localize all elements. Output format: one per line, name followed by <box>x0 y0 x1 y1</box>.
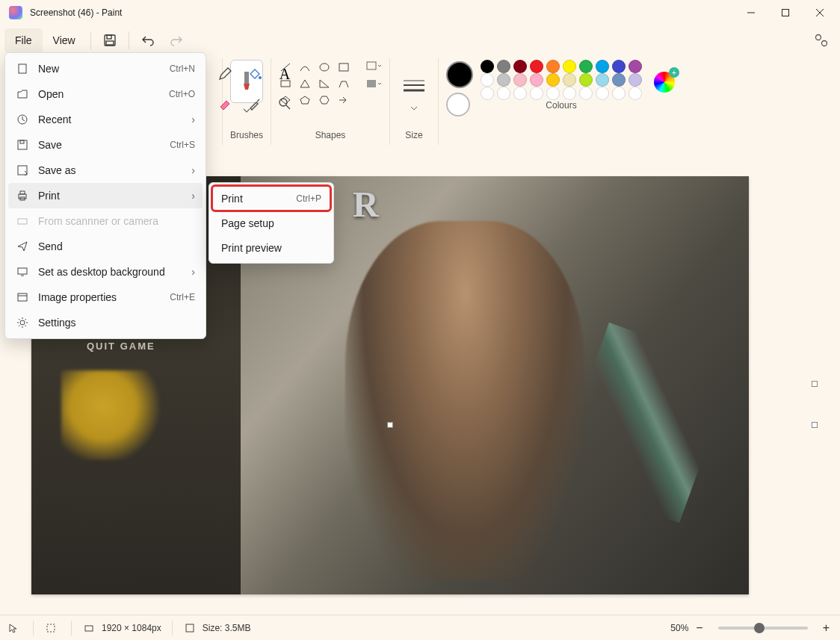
colour-swatch[interactable] <box>481 87 494 100</box>
colour-swatch[interactable] <box>481 73 494 87</box>
fill-icon[interactable] <box>242 61 268 87</box>
size-dropdown[interactable] <box>410 106 418 111</box>
colour-swatch[interactable] <box>629 73 642 87</box>
gear-icon <box>16 317 29 329</box>
image-logo-letter: R <box>353 184 379 225</box>
colour-swatch[interactable] <box>497 73 510 87</box>
colour-swatch[interactable] <box>513 73 527 87</box>
zoom-thumb[interactable] <box>754 623 765 633</box>
ribbon-group-colours: Colours <box>439 58 682 145</box>
menu-file[interactable]: File <box>4 28 43 52</box>
resize-handle-bottom[interactable] <box>387 422 393 428</box>
oval-icon[interactable] <box>318 61 331 73</box>
pentagon-icon[interactable] <box>298 94 312 106</box>
submenu-item-page-setup[interactable]: Page setup <box>212 211 330 235</box>
minimize-button[interactable] <box>734 0 768 25</box>
colour-swatch[interactable] <box>612 60 626 73</box>
dimensions-icon <box>82 623 96 633</box>
colour-swatch[interactable] <box>563 60 576 73</box>
svg-point-9 <box>259 76 262 79</box>
close-button[interactable] <box>803 0 837 25</box>
maximize-button[interactable] <box>768 0 803 25</box>
menu-item-print[interactable]: Print › <box>8 183 203 208</box>
colour-swatch[interactable] <box>513 60 527 73</box>
colour-swatch[interactable] <box>596 60 609 73</box>
menu-item-new[interactable]: New Ctrl+N <box>8 56 203 81</box>
zoom-slider[interactable] <box>718 627 808 630</box>
title-bar: Screenshot (46) - Paint <box>0 0 840 25</box>
text-icon[interactable]: A <box>272 61 297 87</box>
save-button[interactable] <box>96 28 124 53</box>
colour-2[interactable] <box>446 93 470 116</box>
colour-1[interactable] <box>446 61 473 88</box>
svg-rect-37 <box>85 626 93 631</box>
colour-swatch[interactable] <box>579 73 593 87</box>
dimensions-text: 1920 × 1084px <box>102 623 161 633</box>
rtriangle-icon[interactable] <box>318 78 331 90</box>
menu-item-scanner: From scannner or camera <box>8 208 203 234</box>
colour-swatch[interactable] <box>530 73 543 87</box>
svg-rect-6 <box>106 41 114 45</box>
svg-point-7 <box>816 34 821 40</box>
zoom-out-button[interactable]: − <box>696 621 702 635</box>
shape-outline-dropdown[interactable] <box>365 60 382 72</box>
svg-rect-38 <box>186 624 194 632</box>
shape-fill-dropdown[interactable] <box>365 78 382 90</box>
svg-point-14 <box>320 63 329 71</box>
magnifier-icon[interactable] <box>272 91 297 116</box>
colour-swatch[interactable] <box>563 87 576 100</box>
colour-swatch[interactable] <box>579 60 593 73</box>
colour-swatch[interactable] <box>530 87 543 100</box>
colour-preview <box>446 60 473 116</box>
menu-item-settings[interactable]: Settings <box>8 310 203 335</box>
picker-icon[interactable] <box>242 91 268 116</box>
separator <box>129 31 129 49</box>
colour-swatch[interactable] <box>546 60 560 73</box>
colour-swatch[interactable] <box>513 87 527 100</box>
colour-swatch[interactable] <box>596 87 609 100</box>
menu-item-save-as[interactable]: Save as › <box>8 158 203 183</box>
redo-button[interactable] <box>162 28 191 53</box>
size-button[interactable] <box>398 70 430 103</box>
colour-swatch[interactable] <box>612 73 626 87</box>
colour-swatch[interactable] <box>546 73 560 87</box>
filesize-text: Size: 3.5MB <box>203 623 251 633</box>
resize-handle-corner[interactable] <box>812 422 818 428</box>
colour-swatch[interactable] <box>481 60 494 73</box>
rect-icon[interactable] <box>337 61 350 73</box>
colour-swatch[interactable] <box>579 87 593 100</box>
arrow-icon[interactable] <box>337 94 350 106</box>
colour-swatch[interactable] <box>497 60 510 73</box>
hexagon-icon[interactable] <box>318 94 331 106</box>
menu-item-save[interactable]: Save Ctrl+S <box>8 132 203 158</box>
colour-swatch[interactable] <box>629 60 642 73</box>
colour-swatch[interactable] <box>530 60 543 73</box>
zoom-in-button[interactable]: + <box>823 621 830 635</box>
pencil-icon[interactable] <box>212 61 238 87</box>
menu-item-open[interactable]: Open Ctrl+O <box>8 81 203 107</box>
undo-button[interactable] <box>134 28 162 53</box>
svg-line-11 <box>286 105 290 109</box>
chevron-right-icon: › <box>191 190 195 202</box>
menu-item-recent[interactable]: Recent › <box>8 107 203 132</box>
polygon-icon[interactable] <box>337 78 350 90</box>
edit-colours-button[interactable] <box>654 72 675 93</box>
menu-item-desktop[interactable]: Set as desktop background › <box>8 259 203 285</box>
settings-icon[interactable] <box>807 28 836 53</box>
curve-icon[interactable] <box>298 61 312 73</box>
menu-item-properties[interactable]: Image properties Ctrl+E <box>8 285 203 310</box>
colour-swatch[interactable] <box>563 73 576 87</box>
svg-rect-24 <box>18 140 27 149</box>
submenu-item-print[interactable]: Print Ctrl+P <box>212 186 330 211</box>
menu-item-send[interactable]: Send <box>8 234 203 259</box>
submenu-item-print-preview[interactable]: Print preview <box>212 235 330 260</box>
colour-swatch[interactable] <box>612 87 626 100</box>
menu-view[interactable]: View <box>43 28 86 52</box>
colour-swatch[interactable] <box>629 87 642 100</box>
colour-swatch[interactable] <box>497 87 510 100</box>
colour-swatch[interactable] <box>596 73 609 87</box>
resize-handle-right[interactable] <box>812 381 818 387</box>
eraser-icon[interactable] <box>212 91 238 116</box>
colour-swatch[interactable] <box>546 87 560 100</box>
triangle-icon[interactable] <box>298 78 312 90</box>
